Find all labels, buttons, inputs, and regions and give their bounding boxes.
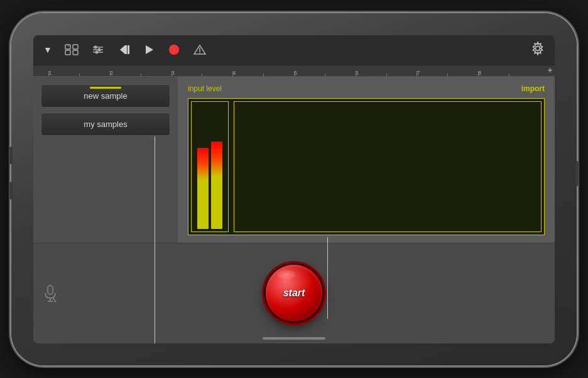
vu-bar-right (211, 142, 222, 229)
svg-point-8 (94, 46, 97, 49)
svg-point-9 (97, 48, 101, 52)
start-button-label: start (283, 287, 305, 299)
phone-outer: ▼ (11, 13, 577, 365)
vu-bar-left (197, 148, 209, 229)
ruler-add-button[interactable]: + (548, 66, 552, 75)
waveform-container (188, 98, 545, 235)
volume-down-button[interactable] (9, 182, 13, 199)
main-content: new sample my samples input level import (33, 77, 555, 243)
play-button[interactable] (143, 43, 156, 57)
rewind-button[interactable] (117, 43, 133, 57)
settings-button[interactable] (531, 42, 545, 58)
mixer-icon[interactable] (91, 44, 105, 55)
svg-rect-0 (65, 45, 70, 49)
svg-rect-1 (73, 45, 78, 49)
home-indicator (263, 337, 325, 340)
svg-marker-11 (120, 45, 125, 54)
new-sample-button[interactable]: new sample (41, 84, 170, 108)
microphone-icon[interactable] (43, 285, 57, 306)
svg-line-23 (53, 297, 56, 303)
svg-rect-13 (128, 45, 129, 54)
bottom-area: start (33, 243, 555, 343)
waveform-display (234, 101, 542, 232)
recording-area: input level import (178, 77, 555, 243)
svg-point-19 (536, 46, 540, 50)
svg-point-15 (169, 45, 179, 55)
power-button[interactable] (575, 161, 579, 186)
loop-icon[interactable] (192, 43, 208, 57)
vu-meter (191, 101, 229, 232)
svg-rect-3 (73, 50, 78, 55)
svg-rect-12 (125, 45, 127, 54)
import-button[interactable]: import (521, 84, 545, 93)
ruler: 1 2 3 4 5 6 7 8 (33, 65, 555, 77)
input-level-bar: input level import (188, 84, 545, 93)
svg-marker-14 (146, 45, 153, 54)
svg-point-10 (95, 51, 98, 54)
start-button[interactable]: start (266, 265, 322, 321)
ruler-marks: 1 2 3 4 5 6 7 8 (38, 65, 550, 76)
toolbar: ▼ (33, 35, 555, 65)
input-level-label: input level (188, 84, 222, 93)
dropdown-icon[interactable]: ▼ (43, 45, 52, 55)
transport-group (117, 42, 208, 57)
volume-up-button[interactable] (9, 147, 13, 164)
svg-rect-2 (65, 50, 70, 55)
phone-screen: ▼ (33, 35, 555, 343)
left-panel: new sample my samples (33, 77, 178, 243)
grid-mixer-icon[interactable] (65, 44, 79, 55)
annotation-line-right (327, 237, 328, 319)
svg-rect-20 (48, 286, 53, 294)
record-button[interactable] (166, 42, 182, 57)
my-samples-button[interactable]: my samples (41, 113, 170, 136)
